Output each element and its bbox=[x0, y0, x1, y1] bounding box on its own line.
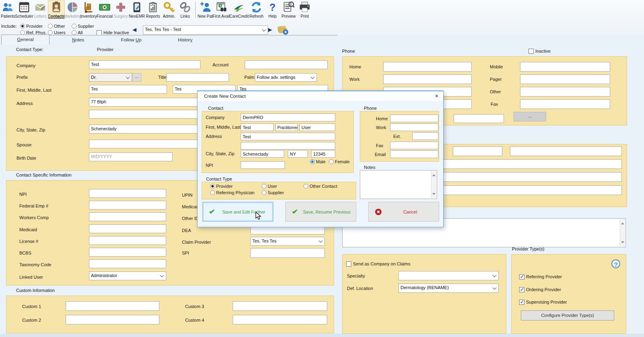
toolbar-item-preview[interactable]: Preview bbox=[281, 1, 297, 18]
right-notes-scrollbar[interactable] bbox=[620, 219, 625, 247]
phone-pager-field[interactable] bbox=[520, 74, 610, 84]
dialog-supplier-radio[interactable] bbox=[262, 190, 266, 195]
inactive-checkbox[interactable] bbox=[528, 49, 534, 54]
bcbs-field[interactable] bbox=[89, 248, 166, 257]
tab-notes[interactable]: Notes bbox=[72, 37, 84, 43]
record-selector-combo[interactable]: Tes, Tes Tes - Test bbox=[143, 25, 268, 35]
tab-history[interactable]: History bbox=[178, 37, 192, 43]
supervising-provider-checkbox[interactable] bbox=[519, 300, 524, 305]
dialog-home-field[interactable] bbox=[390, 115, 438, 122]
dialog-email-field[interactable] bbox=[390, 150, 438, 158]
dialog-state-field[interactable]: NY bbox=[288, 150, 308, 158]
save-resume-previous-button[interactable]: ✔ Save, Resume Previous bbox=[285, 202, 356, 222]
dialog-zip-field[interactable]: 12345 bbox=[311, 150, 335, 158]
toolbar-item-financial[interactable]: Financial bbox=[97, 1, 113, 18]
def-location-combo[interactable]: Dermatology (RENAME) bbox=[398, 284, 499, 293]
include-provider-radio[interactable] bbox=[20, 24, 25, 29]
phone-mobile-field[interactable] bbox=[520, 62, 610, 72]
custom4-field[interactable] bbox=[233, 315, 327, 325]
toolbar-item-carecredit[interactable]: CareCredit bbox=[230, 1, 248, 18]
dialog-company-field[interactable]: DermPRO bbox=[241, 113, 335, 121]
city-field[interactable]: Schenectady bbox=[89, 125, 200, 134]
scroll-down-icon[interactable] bbox=[621, 241, 624, 245]
ordering-provider-checkbox[interactable] bbox=[519, 287, 524, 292]
custom2-field[interactable] bbox=[66, 315, 159, 325]
toolbar-item-scheduler[interactable]: Scheduler bbox=[16, 1, 32, 18]
phone-home-field[interactable] bbox=[383, 62, 472, 72]
save-and-edit-further-button[interactable]: ✔ Save and Edit Further bbox=[202, 202, 273, 222]
configure-provider-types-button[interactable]: Configure Provider Type(s) bbox=[521, 310, 614, 321]
birth-date-field[interactable]: M/D/YYYY bbox=[89, 152, 173, 161]
license-field[interactable] bbox=[89, 236, 166, 245]
tab-follow-up[interactable]: Follow Up bbox=[121, 37, 141, 43]
custom1-field[interactable] bbox=[66, 301, 159, 311]
phone-bottom-field[interactable] bbox=[454, 114, 504, 123]
toolbar-item-reports[interactable]: Reports bbox=[145, 1, 161, 18]
company-field[interactable]: Test bbox=[89, 60, 200, 69]
prefix-combo[interactable]: Dr. bbox=[89, 73, 132, 82]
toolbar-item-inventory[interactable]: Inventory bbox=[80, 1, 97, 18]
phone-more-button[interactable]: ... bbox=[514, 112, 546, 121]
spi-field[interactable] bbox=[250, 248, 325, 258]
toolbar-item-nexemr[interactable]: NexEMR bbox=[129, 1, 145, 18]
dialog-close-button[interactable]: ✕ bbox=[435, 93, 439, 99]
cancel-button[interactable]: ✖ Cancel bbox=[368, 202, 439, 222]
dialog-other-contact-radio[interactable] bbox=[303, 184, 308, 189]
toolbar-item-refresh[interactable]: Refresh bbox=[248, 1, 264, 18]
dialog-male-radio[interactable] bbox=[310, 159, 315, 164]
account-field[interactable] bbox=[245, 60, 328, 69]
secondary-field-2[interactable] bbox=[510, 146, 622, 156]
taxonomy-field[interactable] bbox=[89, 259, 166, 268]
prefix-more-button[interactable]: ... bbox=[132, 73, 141, 82]
dialog-notes-scrollbar[interactable] bbox=[431, 171, 436, 198]
dialog-address1-field[interactable]: Test bbox=[241, 133, 335, 140]
dialog-user-radio[interactable] bbox=[262, 184, 266, 189]
linked-user-combo[interactable]: Administrator bbox=[89, 271, 166, 280]
secondary-field-1[interactable] bbox=[453, 146, 502, 156]
dialog-npi-field[interactable] bbox=[241, 161, 285, 169]
scroll-down-icon[interactable] bbox=[432, 193, 436, 197]
dialog-middle-name-field[interactable]: Practitioner bbox=[275, 123, 298, 131]
dialog-work-field[interactable] bbox=[390, 123, 438, 131]
send-as-company-checkbox[interactable] bbox=[346, 261, 351, 267]
phone-fax-field[interactable] bbox=[520, 99, 610, 109]
dialog-provider-radio[interactable] bbox=[210, 184, 215, 189]
palm-combo[interactable]: Follow adv. settings bbox=[255, 73, 317, 82]
referring-provider-checkbox[interactable] bbox=[519, 274, 524, 279]
tab-general[interactable]: General bbox=[1, 35, 50, 45]
scroll-up-icon[interactable] bbox=[432, 173, 436, 176]
toolbar-item-admin[interactable]: Admin. bbox=[161, 1, 177, 18]
dialog-city-field[interactable]: Schenectady bbox=[241, 150, 284, 158]
custom3-field[interactable] bbox=[233, 301, 327, 311]
provider-types-help-icon[interactable]: ? bbox=[611, 259, 620, 268]
toolbar-item-help[interactable]: ? Help bbox=[264, 1, 281, 18]
claim-provider-combo[interactable]: Tes, Tes Tes bbox=[250, 237, 325, 246]
medicaid-field[interactable] bbox=[89, 224, 166, 233]
dialog-fax-field[interactable] bbox=[390, 142, 438, 149]
next-record-button[interactable]: ▶ bbox=[268, 27, 272, 33]
dialog-address2-field[interactable] bbox=[241, 142, 335, 150]
dialog-first-name-field[interactable]: Test bbox=[241, 123, 274, 131]
toolbar-item-patients[interactable]: Patients bbox=[0, 1, 16, 18]
dialog-referring-physician-radio[interactable] bbox=[210, 190, 215, 195]
npi-field[interactable] bbox=[89, 189, 166, 198]
include-other-radio[interactable] bbox=[48, 24, 53, 29]
toolbar-item-first-avail[interactable]: First Avail. bbox=[214, 1, 230, 18]
workers-comp-field[interactable] bbox=[89, 212, 166, 221]
title-field[interactable] bbox=[166, 73, 229, 82]
dialog-notes-textarea[interactable] bbox=[360, 170, 437, 199]
spouse-field[interactable] bbox=[89, 140, 198, 148]
include-supplier-radio[interactable] bbox=[72, 24, 76, 29]
include-all-radio[interactable] bbox=[72, 30, 76, 35]
dialog-ext-field[interactable] bbox=[412, 132, 438, 140]
federal-emp-field[interactable] bbox=[89, 201, 166, 210]
toolbar-item-contacts[interactable]: Contacts bbox=[48, 1, 64, 18]
specialty-combo[interactable] bbox=[398, 271, 499, 280]
toolbar-item-links[interactable]: Links bbox=[177, 1, 193, 18]
toolbar-item-print[interactable]: Print bbox=[297, 1, 313, 18]
previous-record-button[interactable]: ◀ bbox=[132, 27, 136, 33]
first-name-field[interactable]: Tes bbox=[89, 85, 167, 94]
scroll-up-icon[interactable] bbox=[621, 221, 624, 224]
dialog-last-name-field[interactable]: User bbox=[299, 123, 335, 131]
dialog-female-radio[interactable] bbox=[329, 159, 334, 164]
